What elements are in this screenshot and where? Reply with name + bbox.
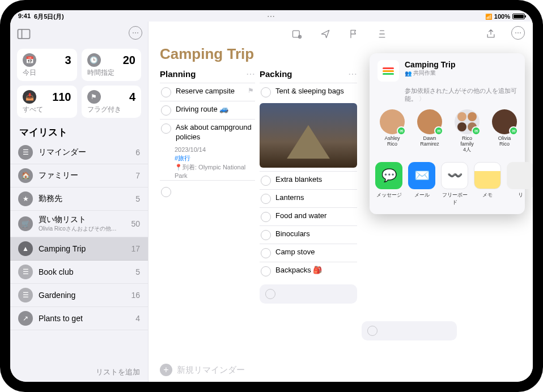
add-list-button[interactable]: リストを追加 bbox=[10, 363, 148, 382]
add-reminder-card[interactable] bbox=[260, 284, 357, 304]
reminder-image[interactable] bbox=[260, 103, 357, 168]
reminder-item[interactable]: Extra blankets bbox=[260, 171, 357, 189]
smart-list-label: フラグ付き bbox=[87, 105, 136, 114]
smart-list-icon: ⚑ bbox=[87, 90, 101, 104]
sidebar-list-item[interactable]: ☰Gardening16 bbox=[10, 284, 148, 307]
smart-list-label: 今日 bbox=[23, 68, 71, 78]
share-app-mail[interactable]: ✉️メール bbox=[408, 162, 435, 206]
share-contact[interactable]: ✉OliviaRico bbox=[487, 109, 519, 153]
reminder-checkbox[interactable] bbox=[161, 187, 171, 197]
reminder-checkbox[interactable] bbox=[261, 248, 271, 258]
reminder-item[interactable]: Food and water bbox=[260, 207, 357, 225]
share-app-overflow[interactable]: リ bbox=[507, 162, 533, 206]
list-item-count: 4 bbox=[135, 314, 140, 323]
add-reminder-card[interactable] bbox=[362, 321, 457, 340]
list-options-button[interactable]: ⋯ bbox=[511, 26, 525, 40]
reminder-checkbox[interactable] bbox=[265, 289, 275, 299]
reminder-text: Reserve campsite bbox=[176, 87, 243, 96]
smart-list-count: 4 bbox=[129, 91, 135, 104]
reminder-checkbox[interactable] bbox=[261, 87, 271, 97]
sidebar-list-item[interactable]: ☰リマインダー6 bbox=[10, 141, 148, 164]
share-list-icon bbox=[377, 60, 399, 82]
reminder-item[interactable]: Camp stove bbox=[260, 244, 357, 262]
column-title[interactable]: Packing bbox=[260, 69, 292, 79]
sidebar-list-item[interactable]: 🏠ファミリー7 bbox=[10, 164, 148, 188]
sidebar: ⋯ 📅3今日🕒20時間指定📥110すべて⚑4フラグ付き マイリスト ☰リマインダ… bbox=[10, 22, 149, 382]
column-title[interactable]: Planning bbox=[160, 69, 196, 79]
reminder-item[interactable]: Driving route 🚙 bbox=[160, 101, 255, 119]
share-app-msg[interactable]: 💬メッセージ bbox=[375, 162, 402, 206]
reminder-item[interactable]: Ask about campground policies bbox=[160, 119, 255, 146]
status-date: 6月5日(月) bbox=[34, 12, 64, 21]
share-subtitle[interactable]: 👥共同作業 bbox=[405, 69, 455, 77]
smart-list-時間指定[interactable]: 🕒20時間指定 bbox=[82, 49, 142, 81]
reminder-checkbox[interactable] bbox=[261, 194, 271, 204]
list-icon: ↗ bbox=[18, 311, 33, 326]
reminder-checkbox[interactable] bbox=[261, 212, 271, 222]
reminder-item[interactable]: Reserve campsite⚑ bbox=[160, 83, 255, 101]
reminder-checkbox[interactable] bbox=[261, 176, 271, 186]
list-item-name: 買い物リスト bbox=[39, 215, 125, 225]
reminder-checkbox[interactable] bbox=[261, 266, 271, 276]
app-label: メール bbox=[414, 191, 430, 199]
app-label: メモ bbox=[482, 191, 493, 199]
smart-list-フラグ付き[interactable]: ⚑4フラグ付き bbox=[82, 86, 142, 118]
sidebar-list-item[interactable]: ☰Book club5 bbox=[10, 261, 148, 284]
share-contact[interactable]: ✉DawnRamirez bbox=[413, 109, 447, 153]
list-icon: 🏠 bbox=[18, 168, 33, 183]
list-item-count: 6 bbox=[135, 148, 140, 157]
status-time: 9:41 bbox=[18, 12, 31, 21]
status-bar: 9:41 6月5日(月) ⋯ 100% bbox=[10, 10, 533, 22]
avatar: ✉ bbox=[417, 109, 442, 134]
more-button[interactable]: ⋯ bbox=[129, 26, 142, 40]
new-reminder-plus-icon[interactable]: + bbox=[160, 364, 172, 376]
list-item-name: 勤務先 bbox=[39, 194, 130, 204]
smart-list-count: 110 bbox=[52, 91, 71, 104]
column-more-icon[interactable]: ⋯ bbox=[348, 69, 357, 79]
reminder-checkbox[interactable] bbox=[161, 105, 171, 116]
tag-icon[interactable] bbox=[374, 26, 390, 42]
list-item-subtitle: Olivia Ricoさんおよびその他… bbox=[39, 225, 125, 233]
share-permissions-note[interactable]: 参加依頼された人がその他の人を追加可能。 〉 bbox=[375, 85, 519, 108]
contact-name: Ricofamily4人 bbox=[460, 136, 474, 153]
list-icon: 🛒 bbox=[18, 216, 33, 231]
reminder-text: Driving route 🚙 bbox=[176, 105, 254, 114]
reminder-item[interactable]: Backpacks 🎒 bbox=[260, 262, 357, 280]
list-item-count: 16 bbox=[131, 291, 140, 300]
reminder-checkbox[interactable] bbox=[161, 123, 171, 134]
share-contact[interactable]: ✉Ricofamily4人 bbox=[450, 109, 484, 153]
reminder-item[interactable]: Tent & sleeping bags bbox=[260, 83, 357, 101]
list-item-name: Gardening bbox=[39, 291, 125, 300]
share-app-free[interactable]: 〰️フリーボード bbox=[441, 162, 468, 206]
reminder-item[interactable]: Lanterns bbox=[260, 189, 357, 207]
smart-list-すべて[interactable]: 📥110すべて bbox=[17, 86, 77, 118]
reminder-item-empty[interactable] bbox=[160, 180, 255, 203]
app-label: フリーボード bbox=[441, 191, 468, 206]
list-item-count: 5 bbox=[135, 267, 140, 276]
sidebar-list-item[interactable]: ▲Camping Trip17 bbox=[10, 237, 148, 261]
reminder-checkbox[interactable] bbox=[367, 326, 377, 336]
toolbar: ⋯ bbox=[149, 22, 533, 44]
smart-list-今日[interactable]: 📅3今日 bbox=[17, 49, 77, 81]
share-contact[interactable]: ✉AshleyRico bbox=[375, 109, 409, 153]
location-icon[interactable] bbox=[317, 26, 333, 42]
my-lists-header: マイリスト bbox=[10, 123, 148, 141]
reminder-item[interactable]: Binoculars bbox=[260, 225, 357, 244]
contact-name: AshleyRico bbox=[384, 136, 400, 147]
sidebar-list-item[interactable]: ↗Plants to get4 bbox=[10, 307, 148, 330]
reminder-text: Camp stove bbox=[275, 248, 356, 257]
sidebar-list-item[interactable]: 🛒買い物リストOlivia Ricoさんおよびその他…50 bbox=[10, 211, 148, 237]
reminder-checkbox[interactable] bbox=[261, 230, 271, 240]
column-more-icon[interactable]: ⋯ bbox=[246, 69, 255, 79]
reminder-checkbox[interactable] bbox=[161, 87, 171, 97]
new-section-button[interactable] bbox=[289, 26, 305, 42]
sidebar-list-item[interactable]: ★勤務先5 bbox=[10, 188, 148, 211]
share-app-memo[interactable]: メモ bbox=[474, 162, 501, 206]
flag-icon[interactable] bbox=[346, 26, 362, 42]
reminder-text: Binoculars bbox=[275, 229, 356, 239]
new-reminder-button[interactable]: 新規リマインダー bbox=[177, 365, 245, 376]
list-icon: ★ bbox=[18, 191, 33, 206]
share-button[interactable] bbox=[483, 26, 499, 42]
toggle-sidebar-button[interactable] bbox=[16, 26, 32, 42]
smart-list-icon: 🕒 bbox=[87, 53, 101, 67]
